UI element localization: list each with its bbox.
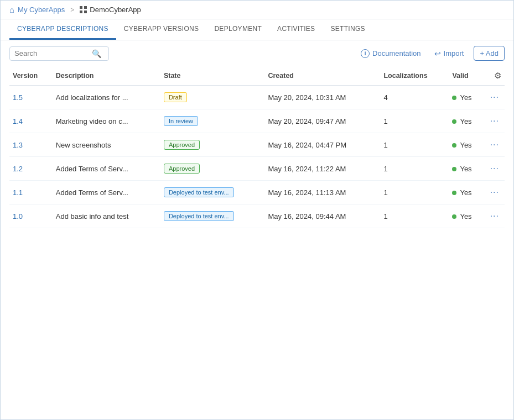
col-header-version: Version [9,66,53,86]
table-container: Version Description State Created Locali… [1,66,513,419]
cell-more: ··· [485,204,505,228]
documentation-label: Documentation [372,49,420,57]
app-frame: ⌂ My CyberApps > DemoCyberApp CYBERAPP D… [0,0,514,420]
search-box: 🔍 [9,46,109,61]
more-options-button[interactable]: ··· [488,115,501,127]
cell-state: In review [160,109,265,133]
table-header-row: Version Description State Created Locali… [9,66,505,86]
import-button[interactable]: ↩ Import [431,47,468,60]
breadcrumb-current: DemoCyberApp [80,6,141,14]
tab-activities[interactable]: ACTIVITIES [269,19,323,40]
cell-more: ··· [485,181,505,204]
cell-description: Added Terms of Serv... [53,181,160,204]
table-row: 1.2Added Terms of Serv...ApprovedMay 16,… [9,157,505,181]
more-options-button[interactable]: ··· [488,210,501,222]
state-badge: Draft [164,92,187,102]
cell-localizations: 1 [380,109,449,133]
cell-more: ··· [485,86,505,109]
version-link[interactable]: 1.1 [13,188,23,197]
table-row: 1.1Added Terms of Serv...Deployed to tes… [9,181,505,204]
valid-dot-icon [452,119,456,124]
cell-state: Approved [160,157,265,181]
cell-state: Deployed to test env... [160,181,265,204]
more-options-button[interactable]: ··· [488,139,501,151]
add-label: + Add [480,49,499,57]
cell-version: 1.2 [9,157,53,181]
cell-localizations: 1 [380,204,449,228]
cell-state: Deployed to test env... [160,204,265,228]
tab-cyberapp-versions[interactable]: CYBERAPP VERSIONS [116,19,207,40]
cell-localizations: 1 [380,133,449,157]
cell-description: Add localizations for ... [53,86,160,109]
cell-valid: Yes [449,109,484,133]
more-options-button[interactable]: ··· [488,91,501,103]
cell-description: New screenshots [53,133,160,157]
top-nav: ⌂ My CyberApps > DemoCyberApp [1,1,513,19]
valid-dot-icon [452,191,456,195]
tab-settings[interactable]: SETTINGS [323,19,372,40]
cell-created: May 16, 2024, 11:13 AM [264,181,380,204]
home-icon: ⌂ [9,5,14,14]
import-icon: ↩ [434,49,441,58]
version-link[interactable]: 1.4 [13,117,23,125]
cell-version: 1.3 [9,133,53,157]
cell-created: May 16, 2024, 09:44 AM [264,204,380,228]
cell-state: Approved [160,133,265,157]
version-link[interactable]: 1.5 [13,93,23,102]
breadcrumb-separator: > [70,6,74,14]
col-header-valid: Valid [449,66,484,86]
state-badge: Deployed to test env... [164,211,234,221]
import-label: Import [444,49,464,57]
cell-valid: Yes [449,133,484,157]
search-input[interactable] [14,49,92,57]
cell-state: Draft [160,86,265,109]
version-link[interactable]: 1.0 [13,212,23,221]
col-header-description: Description [53,66,160,86]
search-icon[interactable]: 🔍 [92,49,101,58]
valid-dot-icon [452,167,456,171]
cell-localizations: 1 [380,181,449,204]
table-row: 1.0Add basic info and testDeployed to te… [9,204,505,228]
cell-description: Marketing video on c... [53,109,160,133]
valid-dot-icon [452,96,456,100]
more-options-button[interactable]: ··· [488,186,501,198]
cell-description: Added Terms of Serv... [53,157,160,181]
more-options-button[interactable]: ··· [488,162,501,175]
state-badge: Approved [164,140,200,150]
cell-more: ··· [485,109,505,133]
version-link[interactable]: 1.2 [13,165,23,173]
cell-valid: Yes [449,204,484,228]
valid-dot-icon [452,214,456,219]
cell-valid: Yes [449,86,484,109]
cell-more: ··· [485,157,505,181]
cell-localizations: 1 [380,157,449,181]
cell-description: Add basic info and test [53,204,160,228]
cell-version: 1.1 [9,181,53,204]
tab-cyberapp-descriptions[interactable]: CYBERAPP DESCRIPTIONS [9,19,116,40]
add-button[interactable]: + Add [474,46,505,61]
cell-version: 1.0 [9,204,53,228]
cell-created: May 20, 2024, 10:31 AM [264,86,380,109]
cell-created: May 20, 2024, 09:47 AM [264,109,380,133]
state-badge: Deployed to test env... [164,187,234,197]
cell-created: May 16, 2024, 11:22 AM [264,157,380,181]
col-header-localizations: Localizations [380,66,449,86]
toolbar-right: i Documentation ↩ Import + Add [357,46,505,61]
version-link[interactable]: 1.3 [13,141,23,149]
table-row: 1.4Marketing video on c...In reviewMay 2… [9,109,505,133]
documentation-button[interactable]: i Documentation [357,47,424,60]
state-badge: In review [164,116,198,126]
descriptions-table: Version Description State Created Locali… [9,66,505,228]
cell-version: 1.4 [9,109,53,133]
tab-bar: CYBERAPP DESCRIPTIONS CYBERAPP VERSIONS … [1,19,513,40]
breadcrumb-current-label: DemoCyberApp [90,6,141,14]
cell-more: ··· [485,133,505,157]
table-row: 1.5Add localizations for ...DraftMay 20,… [9,86,505,109]
toolbar: 🔍 i Documentation ↩ Import + Add [1,40,513,66]
col-header-created: Created [264,66,380,86]
tab-deployment[interactable]: DEPLOYMENT [206,19,269,40]
cell-created: May 16, 2024, 04:47 PM [264,133,380,157]
breadcrumb-home-link[interactable]: My CyberApps [18,6,65,14]
settings-gear-button[interactable]: ⚙ [494,71,501,81]
col-header-settings: ⚙ [485,66,505,86]
